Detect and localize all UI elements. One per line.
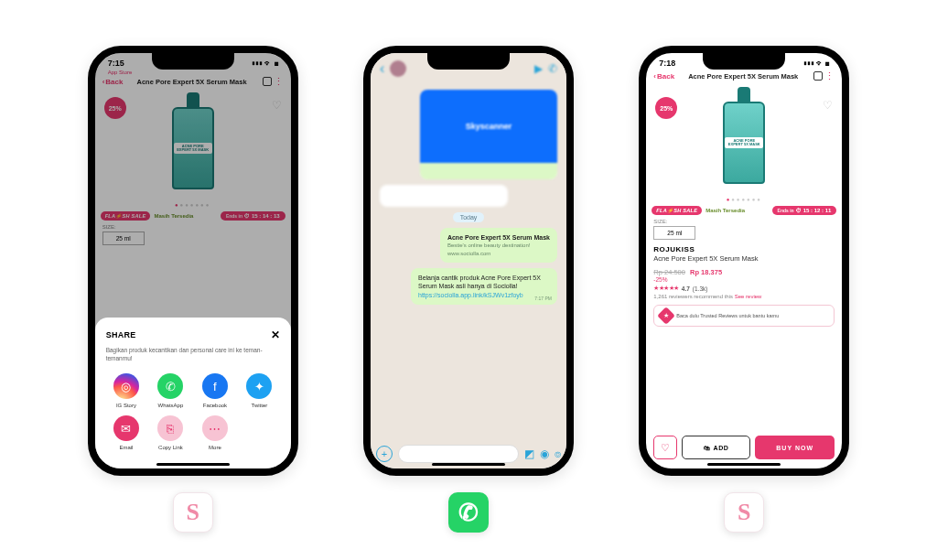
share-title: SHARE <box>106 330 136 339</box>
incoming-message <box>380 185 508 207</box>
home-indicator <box>432 463 505 466</box>
sociolla-badge: S <box>724 492 764 533</box>
mic-icon[interactable]: ⌾ <box>555 447 561 460</box>
copy-link-icon: ⎘ <box>157 415 183 441</box>
stock-status: Masih Tersedia <box>705 208 768 213</box>
trusted-reviews-banner[interactable]: ★ Baca dulu Trusted Reviews untuk bantu … <box>653 305 835 327</box>
flash-sale-tag: FLA⚡SH SALE <box>652 206 702 215</box>
whatsapp-icon: ✆ <box>157 373 183 399</box>
product-image: ACNE PORE EXPERT 5X MASK <box>703 90 785 195</box>
phone-whatsapp: ‹ ▶ ✆ Skyscanner Today Acne Pore Expert … <box>363 46 574 476</box>
discount-percent: -25% <box>653 276 835 283</box>
share-option-whatsapp[interactable]: ✆WhatsApp <box>150 373 191 408</box>
call-icon[interactable]: ✆ <box>548 62 557 75</box>
shared-link[interactable]: https://sociolla.app.link/kSJWv1zfoyb <box>418 292 523 298</box>
countdown-timer: Ends in ⏱ 15 : 12 : 11 <box>772 206 837 215</box>
more-icon[interactable]: ⋮ <box>824 71 835 81</box>
brand-name[interactable]: ROJUKISS <box>653 245 835 253</box>
outgoing-message-preview[interactable]: Acne Pore Expert 5X Serum Mask Bestie's … <box>440 228 557 263</box>
see-review-link[interactable]: See review <box>735 294 762 299</box>
chat-background: ‹ ▶ ✆ Skyscanner Today Acne Pore Expert … <box>371 53 566 468</box>
share-option-ig-story[interactable]: ◎IG Story <box>106 373 147 408</box>
share-option-copy-link[interactable]: ⎘Copy Link <box>150 415 191 450</box>
video-call-icon[interactable]: ▶ <box>534 62 543 75</box>
size-label: SIZE: <box>653 219 835 224</box>
phone-detail: 7:18 ▮▮▮ ᯤ ▣ ‹Back Acne Pore Expert 5X S… <box>639 46 849 476</box>
flash-sale-bar: FLA⚡SH SALE Masih Tersedia Ends in ⏱ 15 … <box>652 206 836 215</box>
trusted-badge-icon: ★ <box>657 307 675 325</box>
recommend-line: 1,261 reviewers recommend this See revie… <box>653 294 835 299</box>
page-title: Acne Pore Expert 5X Serum Mask <box>674 72 812 81</box>
wishlist-button[interactable]: ♡ <box>653 436 677 459</box>
close-icon[interactable]: ✕ <box>271 328 280 341</box>
status-signal-icon: ▮▮▮ ᯤ ▣ <box>803 59 829 68</box>
price: Rp 24.500 Rp 18.375 <box>653 268 835 276</box>
phone-share: 7:15 ▮▮▮ ᯤ ▣ App Store ‹Back Acne Pore E… <box>88 46 298 476</box>
discount-badge: 25% <box>655 97 677 119</box>
facebook-icon: f <box>202 373 228 399</box>
avatar[interactable] <box>390 60 406 77</box>
stars-icon: ★★★★★ <box>653 285 679 292</box>
notch <box>152 53 234 70</box>
back-icon[interactable]: ‹ <box>380 60 384 77</box>
size-option[interactable]: 25 ml <box>653 226 695 240</box>
status-time: 7:18 <box>659 59 675 68</box>
share-subtitle: Bagikan produk kecantikan dan personal c… <box>106 347 280 362</box>
add-to-bag-button[interactable]: 🛍 ADD <box>682 436 750 459</box>
wishlist-icon[interactable]: ♡ <box>823 99 833 112</box>
share-option-twitter[interactable]: ✦Twitter <box>239 373 280 408</box>
price-discounted: Rp 18.375 <box>690 268 722 276</box>
twitter-icon: ✦ <box>246 373 272 399</box>
product-name: Acne Pore Expert 5X Serum Mask <box>653 254 835 263</box>
sociolla-badge: S <box>173 492 213 533</box>
price-original: Rp 24.500 <box>653 268 685 276</box>
buy-now-button[interactable]: BUY NOW <box>755 436 835 459</box>
email-icon: ✉ <box>113 415 139 441</box>
share-option-more[interactable]: ⋯More <box>195 415 236 450</box>
share-option-facebook[interactable]: fFacebook <box>195 373 236 408</box>
chat-input-bar: + ◩ ◉ ⌾ <box>376 445 561 463</box>
bag-icon[interactable] <box>813 71 823 81</box>
attach-icon[interactable]: + <box>376 446 393 462</box>
ig-story-icon: ◎ <box>113 373 139 399</box>
cta-bar: ♡ 🛍 ADD BUY NOW <box>653 436 835 459</box>
outgoing-message-text[interactable]: Belanja cantik produk Acne Pore Expert 5… <box>411 268 557 305</box>
back-button[interactable]: ‹Back <box>653 72 674 81</box>
home-indicator <box>156 463 230 466</box>
whatsapp-badge: ✆ <box>448 492 489 533</box>
more-icon: ⋯ <box>202 415 228 441</box>
message-input[interactable] <box>398 445 519 463</box>
navbar: ‹Back Acne Pore Expert 5X Serum Mask ⋮ <box>646 70 842 84</box>
home-indicator <box>707 463 781 466</box>
date-pill: Today <box>453 212 485 222</box>
share-grid: ◎IG Story✆WhatsAppfFacebook✦Twitter✉Emai… <box>106 373 280 450</box>
notch <box>427 53 510 70</box>
share-sheet: SHARE ✕ Bagikan produk kecantikan dan pe… <box>95 318 291 468</box>
carousel-dots[interactable]: ●●●●●●● <box>646 197 842 202</box>
camera-icon[interactable]: ◉ <box>540 447 549 460</box>
link-preview-card[interactable]: Skyscanner <box>420 90 557 179</box>
rating[interactable]: ★★★★★ 4.7 (1.3k) <box>653 285 835 292</box>
sticker-icon[interactable]: ◩ <box>524 447 534 460</box>
share-option-email[interactable]: ✉Email <box>106 415 147 450</box>
message-time: 7:17 PM <box>534 296 552 302</box>
notch <box>703 53 785 70</box>
